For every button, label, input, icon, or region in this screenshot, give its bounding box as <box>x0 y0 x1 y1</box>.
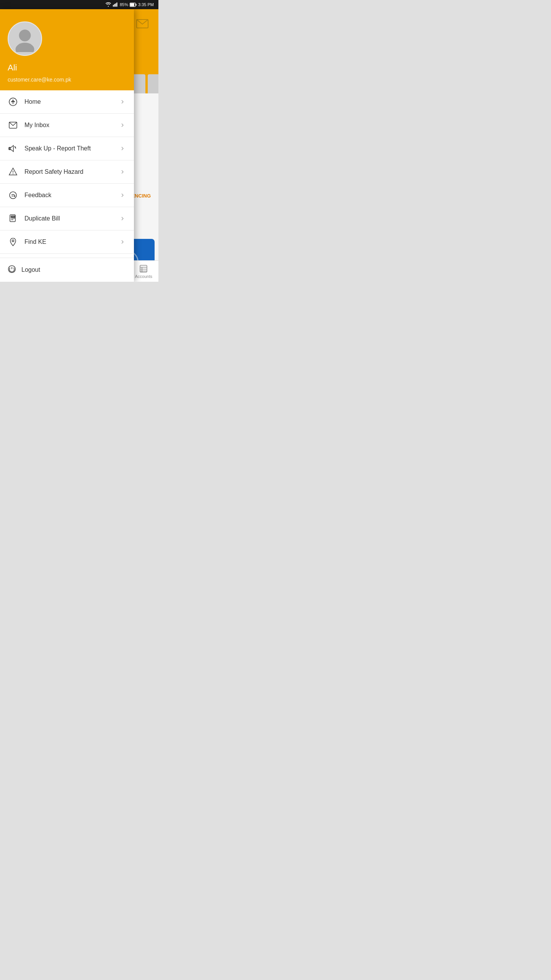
inbox-label: My Inbox <box>24 122 112 129</box>
svg-rect-5 <box>135 4 136 6</box>
navigation-drawer: Ali customer.care@ke.com.pk Home <box>0 9 134 282</box>
svg-point-29 <box>12 240 14 242</box>
menu-item-find-ke[interactable]: Find KE <box>0 230 134 254</box>
location-icon <box>8 237 18 247</box>
status-bar: 85% 3:35 PM <box>0 0 158 9</box>
duplicate-bill-chevron <box>119 215 126 222</box>
feedback-chevron <box>119 191 126 199</box>
svg-rect-6 <box>130 3 134 6</box>
app-container: RIENCING Accounts <box>0 9 158 282</box>
accounts-nav-label: Accounts <box>135 274 152 279</box>
accounts-nav-icon <box>139 264 148 273</box>
wifi-icon <box>105 2 111 7</box>
speak-up-label: Speak Up - Report Theft <box>24 145 112 152</box>
avatar <box>8 21 42 56</box>
logout-icon <box>8 265 16 275</box>
menu-item-home[interactable]: Home <box>0 90 134 114</box>
find-ke-label: Find KE <box>24 238 112 245</box>
svg-point-13 <box>19 29 31 41</box>
inbox-icon <box>8 120 18 131</box>
feedback-icon <box>8 190 18 201</box>
svg-rect-3 <box>116 3 117 7</box>
speak-up-chevron <box>119 145 126 152</box>
feedback-label: Feedback <box>24 192 112 199</box>
home-label: Home <box>24 98 112 105</box>
logout-button[interactable]: Logout <box>0 258 134 282</box>
bill-icon <box>8 213 18 224</box>
report-safety-label: Report Safety Hazard <box>24 168 112 175</box>
bg-tab-2 <box>148 74 158 93</box>
svg-rect-2 <box>115 3 116 7</box>
menu-item-complaint-history[interactable]: Complaint History <box>0 254 134 258</box>
svg-rect-1 <box>114 4 115 7</box>
menu-item-report-safety[interactable]: Report Safety Hazard <box>0 160 134 184</box>
user-name: Ali <box>8 63 126 73</box>
battery-icon <box>130 3 137 7</box>
svg-point-22 <box>10 192 16 199</box>
menu-list: Home My Inbox <box>0 90 134 258</box>
menu-item-duplicate-bill[interactable]: Duplicate Bill <box>0 207 134 230</box>
mail-svg <box>136 19 148 28</box>
svg-point-14 <box>16 43 34 52</box>
menu-item-my-inbox[interactable]: My Inbox <box>0 114 134 137</box>
svg-point-23 <box>14 195 15 197</box>
battery-percentage: 85% <box>120 2 128 7</box>
drawer-header: Ali customer.care@ke.com.pk <box>0 9 134 90</box>
signal-icon <box>113 2 118 7</box>
report-safety-chevron <box>119 168 126 176</box>
duplicate-bill-label: Duplicate Bill <box>24 215 112 222</box>
bottom-nav-accounts[interactable]: Accounts <box>135 264 152 279</box>
menu-item-feedback[interactable]: Feedback <box>0 184 134 207</box>
warning-icon <box>8 167 18 177</box>
svg-rect-0 <box>113 5 114 7</box>
user-email: customer.care@ke.com.pk <box>8 77 126 83</box>
megaphone-icon <box>8 143 18 154</box>
home-icon <box>8 96 18 107</box>
inbox-chevron <box>119 121 126 129</box>
find-ke-chevron <box>119 238 126 246</box>
status-time: 3:35 PM <box>138 2 154 7</box>
menu-item-speak-up[interactable]: Speak Up - Report Theft <box>0 137 134 160</box>
mail-icon[interactable] <box>135 17 149 31</box>
avatar-image <box>11 25 38 52</box>
logout-label: Logout <box>21 266 40 273</box>
home-chevron <box>119 98 126 106</box>
